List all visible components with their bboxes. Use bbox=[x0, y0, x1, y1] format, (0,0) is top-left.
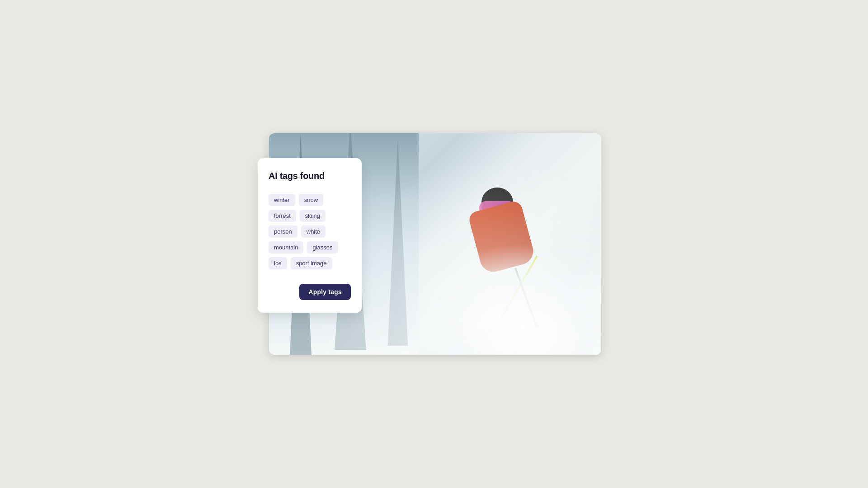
tag-snow: snow bbox=[299, 194, 323, 206]
apply-tags-button[interactable]: Apply tags bbox=[299, 284, 351, 300]
panel-title: AI tags found bbox=[269, 171, 351, 181]
tag-winter: winter bbox=[269, 194, 295, 206]
tag-skiing: skiing bbox=[300, 210, 326, 222]
tag-sport-image: sport image bbox=[291, 257, 332, 269]
main-container: AI tags found winter snow forrest skiing… bbox=[267, 133, 601, 355]
tag-person: person bbox=[269, 225, 297, 238]
tag-forrest: forrest bbox=[269, 210, 296, 222]
tag-glasses: glasses bbox=[307, 241, 338, 253]
ai-tags-panel: AI tags found winter snow forrest skiing… bbox=[258, 158, 362, 313]
tag-mountain: mountain bbox=[269, 241, 303, 253]
tag-ice: ice bbox=[269, 257, 287, 269]
tags-grid: winter snow forrest skiing person white … bbox=[269, 194, 351, 269]
tag-white: white bbox=[301, 225, 326, 238]
